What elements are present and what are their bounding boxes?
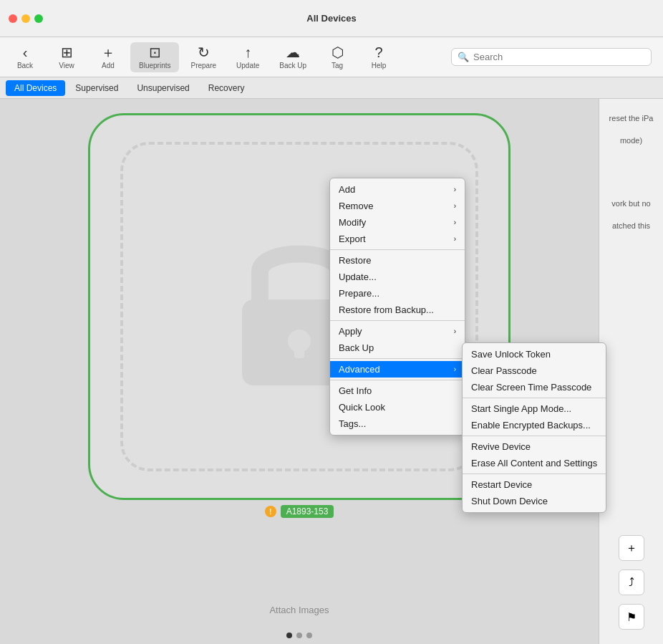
submenu-arrow: ›: [454, 202, 456, 210]
view-button[interactable]: ⊞ View: [47, 42, 86, 72]
backup-button[interactable]: ☁ Back Up: [271, 42, 315, 72]
view-label: View: [59, 62, 74, 69]
page-dot: [296, 633, 302, 638]
tag-icon: ⬡: [332, 45, 344, 59]
titlebar: All Devices: [0, 0, 663, 37]
attach-images-label: Attach Images: [269, 605, 329, 615]
sidebar-text-2: mode): [620, 135, 642, 146]
menu-item-restore-backup[interactable]: Restore from Backup...: [330, 302, 465, 318]
tab-unsupervised[interactable]: Unsupervised: [128, 80, 198, 96]
submenu-arrow: ›: [454, 186, 456, 193]
menu-separator: [330, 380, 465, 380]
update-button[interactable]: ↑ Update: [228, 42, 268, 72]
device-id-badge: A1893-153: [281, 505, 334, 518]
back-icon: ‹: [23, 45, 28, 59]
svg-rect-2: [294, 341, 304, 358]
search-bar[interactable]: 🔍: [451, 48, 652, 66]
page-dot: [306, 633, 312, 638]
menu-item-prepare[interactable]: Prepare...: [330, 285, 465, 302]
blueprints-label: Blueprints: [139, 62, 170, 69]
share-icon: ⤴: [629, 576, 634, 589]
minimize-button[interactable]: [21, 14, 30, 23]
search-icon: 🔍: [458, 52, 469, 62]
menu-item-remove[interactable]: Remove ›: [330, 198, 465, 214]
menu-item-encrypted-backups[interactable]: Enable Encrypted Backups...: [463, 417, 606, 433]
menu-item-restore[interactable]: Restore: [330, 252, 465, 269]
menu-item-save-unlock[interactable]: Save Unlock Token: [463, 346, 606, 362]
share-action-button[interactable]: ⤴: [619, 569, 644, 595]
main-content: ! A1893-153 Attach Images Add › Remove ›: [0, 99, 663, 644]
menu-item-add[interactable]: Add ›: [330, 181, 465, 198]
blueprints-icon: ⊡: [149, 45, 161, 59]
pagination-area: [286, 633, 312, 638]
flag-action-button[interactable]: ⚑: [619, 604, 644, 630]
close-button[interactable]: [9, 14, 17, 23]
tag-label: Tag: [332, 62, 343, 69]
right-sidebar: reset the iPa mode) vork but no atched t…: [599, 99, 663, 644]
menu-item-modify[interactable]: Modify ›: [330, 214, 465, 231]
tag-button[interactable]: ⬡ Tag: [318, 42, 357, 72]
prepare-icon: ↻: [198, 45, 210, 59]
menu-item-advanced[interactable]: Advanced ›: [330, 361, 465, 378]
menu-item-restart[interactable]: Restart Device: [463, 476, 606, 493]
sidebar-text-3: vork but no: [611, 198, 650, 209]
submenu-arrow: ›: [454, 327, 456, 335]
menu-item-update[interactable]: Update...: [330, 269, 465, 285]
menu-item-shutdown[interactable]: Shut Down Device: [463, 493, 606, 509]
blueprints-button[interactable]: ⊡ Blueprints: [130, 42, 179, 72]
tab-recovery[interactable]: Recovery: [200, 80, 253, 96]
sidebar-text-4: atched this: [612, 221, 650, 231]
menu-item-tags[interactable]: Tags...: [330, 415, 465, 432]
prepare-button[interactable]: ↻ Prepare: [182, 42, 225, 72]
backup-icon: ☁: [286, 45, 300, 59]
tab-supervised[interactable]: Supervised: [67, 80, 127, 96]
menu-separator: [330, 320, 465, 321]
tabs-row: All Devices Supervised Unsupervised Reco…: [0, 77, 663, 99]
window-title: All Devices: [306, 13, 356, 24]
menu-item-export[interactable]: Export ›: [330, 231, 465, 247]
maximize-button[interactable]: [34, 14, 43, 23]
window-controls: [0, 14, 52, 23]
menu-item-clear-passcode[interactable]: Clear Passcode: [463, 362, 606, 379]
menu-item-get-info[interactable]: Get Info: [330, 383, 465, 399]
submenu-arrow: ›: [454, 218, 456, 226]
view-icon: ⊞: [61, 45, 73, 59]
add-label: Add: [102, 62, 115, 69]
device-panel: ! A1893-153 Attach Images Add › Remove ›: [0, 99, 599, 644]
submenu-arrow: ›: [454, 365, 456, 373]
flag-icon: ⚑: [626, 610, 637, 624]
add-action-button[interactable]: ＋: [619, 535, 644, 561]
menu-item-backup[interactable]: Back Up: [330, 340, 465, 356]
toolbar: ‹ Back ⊞ View ＋ Add ⊡ Blueprints ↻ Prepa…: [0, 37, 663, 77]
primary-context-menu: Add › Remove › Modify › Export › Restore…: [329, 178, 465, 436]
menu-item-quick-look[interactable]: Quick Look: [330, 399, 465, 415]
page-dot: [286, 633, 292, 638]
update-icon: ↑: [244, 45, 251, 59]
update-label: Update: [236, 62, 259, 69]
add-button[interactable]: ＋ Add: [89, 42, 127, 72]
tab-all-devices[interactable]: All Devices: [6, 80, 65, 96]
menu-separator: [463, 436, 606, 436]
help-button[interactable]: ? Help: [359, 42, 398, 72]
menu-item-single-app[interactable]: Start Single App Mode...: [463, 400, 606, 417]
menu-item-clear-screen-time[interactable]: Clear Screen Time Passcode: [463, 379, 606, 395]
advanced-context-menu: Save Unlock Token Clear Passcode Clear S…: [462, 342, 606, 513]
search-input[interactable]: [473, 52, 645, 62]
submenu-arrow: ›: [454, 235, 456, 243]
back-button[interactable]: ‹ Back: [6, 42, 44, 72]
warning-badge: !: [265, 506, 276, 517]
menu-item-erase[interactable]: Erase All Content and Settings: [463, 455, 606, 471]
help-label: Help: [372, 62, 387, 69]
menu-separator: [463, 398, 606, 398]
add-icon: ＋: [101, 45, 115, 59]
menu-separator: [330, 358, 465, 359]
menu-item-apply[interactable]: Apply ›: [330, 323, 465, 340]
backup-label: Back Up: [279, 62, 306, 69]
menu-item-revive[interactable]: Revive Device: [463, 438, 606, 455]
help-icon: ?: [375, 45, 383, 59]
sidebar-actions: ＋ ⤴ ⚑: [619, 535, 644, 630]
plus-icon: ＋: [626, 541, 637, 556]
menu-separator: [330, 249, 465, 250]
back-label: Back: [17, 62, 33, 69]
sidebar-text-1: reset the iPa: [609, 113, 654, 124]
